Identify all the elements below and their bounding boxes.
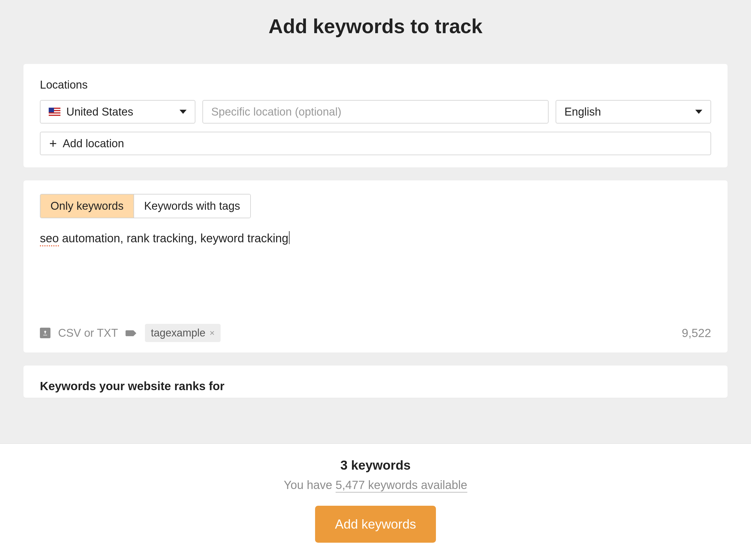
locations-label: Locations xyxy=(40,79,711,91)
available-value: 5,477 keywords available xyxy=(336,478,467,493)
keywords-text-rest: automation, rank tracking, keyword track… xyxy=(59,232,289,245)
country-value: United States xyxy=(66,106,133,118)
close-icon[interactable]: × xyxy=(209,328,215,338)
chevron-down-icon xyxy=(180,110,187,114)
tag-chip[interactable]: tagexample × xyxy=(145,324,221,342)
keywords-available: You have 5,477 keywords available xyxy=(0,478,751,492)
chevron-down-icon xyxy=(695,110,702,114)
summary-bar: 3 keywords You have 5,477 keywords avail… xyxy=(0,443,751,560)
ranks-card: Keywords your website ranks for xyxy=(23,365,728,398)
input-mode-segment: Only keywords Keywords with tags xyxy=(40,194,251,218)
page-title: Add keywords to track xyxy=(0,15,751,38)
flag-us-icon xyxy=(49,108,60,116)
keywords-footer: CSV or TXT tagexample × 9,522 xyxy=(40,324,711,342)
add-location-button[interactable]: + Add location xyxy=(40,132,711,155)
country-select[interactable]: United States xyxy=(40,100,196,123)
tab-keywords-with-tags[interactable]: Keywords with tags xyxy=(134,195,250,218)
char-remaining-count: 9,522 xyxy=(682,326,711,340)
add-keywords-button[interactable]: Add keywords xyxy=(315,506,436,543)
locations-row: United States Specific location (optiona… xyxy=(40,100,711,123)
add-location-label: Add location xyxy=(63,137,124,150)
upload-icon[interactable] xyxy=(40,328,50,338)
locations-card: Locations United States Specific locatio… xyxy=(23,64,728,167)
keywords-card: Only keywords Keywords with tags seo aut… xyxy=(23,180,728,353)
keywords-text-misspelled: seo xyxy=(40,232,59,246)
tab-only-keywords[interactable]: Only keywords xyxy=(40,195,134,218)
keywords-textarea[interactable]: seo automation, rank tracking, keyword t… xyxy=(40,230,711,318)
specific-location-input[interactable]: Specific location (optional) xyxy=(202,100,549,123)
tag-icon[interactable] xyxy=(125,329,137,337)
text-cursor-icon xyxy=(289,231,289,244)
available-prefix: You have xyxy=(284,478,335,492)
plus-icon: + xyxy=(49,137,57,150)
upload-csv-txt-button[interactable]: CSV or TXT xyxy=(58,327,118,339)
language-select[interactable]: English xyxy=(555,100,711,123)
tag-chip-label: tagexample xyxy=(151,327,205,339)
language-value: English xyxy=(564,106,601,118)
specific-location-placeholder: Specific location (optional) xyxy=(211,106,342,118)
keyword-count: 3 keywords xyxy=(0,458,751,473)
ranks-section-title: Keywords your website ranks for xyxy=(40,380,711,393)
